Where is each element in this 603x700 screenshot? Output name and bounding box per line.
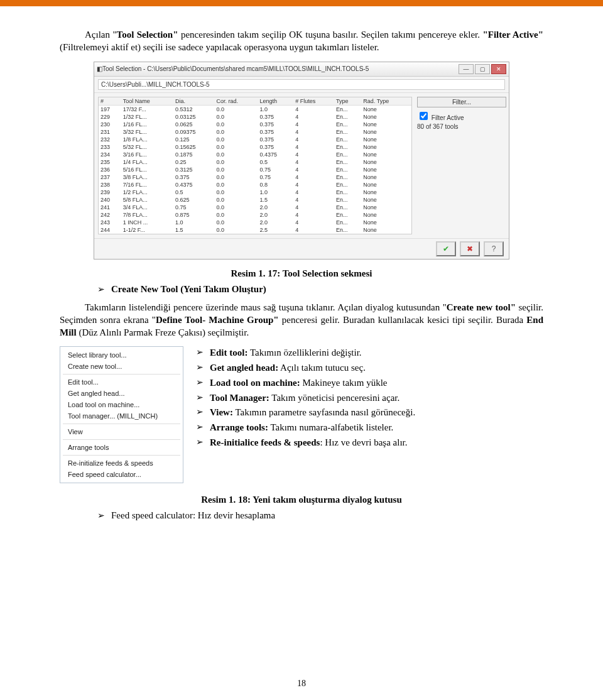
list-item: ➢Load tool on machine: Makineye takım yü… bbox=[196, 376, 543, 390]
menu-separator bbox=[63, 455, 180, 456]
menu-separator bbox=[63, 424, 180, 424]
chevron-icon: ➢ bbox=[97, 284, 105, 295]
menu-item[interactable]: Arrange tools bbox=[60, 442, 183, 453]
intro-paragraph: Açılan "Tool Selection" penceresinden ta… bbox=[60, 28, 543, 54]
table-row[interactable]: 2351/4 FLA...0.250.00.54En...None bbox=[99, 158, 411, 166]
feed-calc-line: ➢ Feed speed calculator: Hız devir hesap… bbox=[97, 510, 543, 521]
column-header[interactable]: # bbox=[99, 97, 121, 106]
column-header[interactable]: # Flutes bbox=[293, 97, 334, 106]
table-row[interactable]: 2405/8 FLA...0.6250.01.54En...None bbox=[99, 196, 411, 204]
menu-item[interactable]: Get angled head... bbox=[60, 388, 183, 399]
table-row[interactable]: 2387/16 FL...0.43750.00.84En...None bbox=[99, 181, 411, 189]
bullet-list: ➢Edit tool: Takımın özelliklerini değişt… bbox=[196, 346, 543, 451]
table-row[interactable]: 2431 INCH ...1.00.02.04En...None bbox=[99, 219, 411, 226]
path-input[interactable]: C:\Users\Publi...\MILL_INCH.TOOLS-5 bbox=[98, 79, 505, 90]
table-row[interactable]: 2373/8 FLA...0.3750.00.754En...None bbox=[99, 173, 411, 181]
column-header[interactable]: Cor. rad. bbox=[215, 97, 258, 106]
list-item: ➢Arrange tools: Takımı numara-alfabetik … bbox=[196, 421, 543, 435]
list-item: ➢Tool Manager: Takım yöneticisi penceres… bbox=[196, 391, 543, 405]
table-row[interactable]: 2313/32 FL...0.093750.00.3754En...None bbox=[99, 128, 411, 136]
chevron-icon: ➢ bbox=[196, 421, 205, 435]
help-button[interactable]: ? bbox=[484, 241, 504, 256]
body-paragraph-2: Takımların listelendiği pencere üzerinde… bbox=[60, 301, 543, 339]
window-titlebar: ◧ Tool Selection - C:\Users\Public\Docum… bbox=[94, 62, 509, 77]
menu-item[interactable]: Re-initialize feeds & speeds bbox=[60, 457, 183, 469]
list-item: ➢Re-initialice feeds & speeds: Hız ve de… bbox=[196, 436, 543, 450]
menu-item[interactable]: View bbox=[60, 426, 183, 437]
chevron-icon: ➢ bbox=[97, 510, 105, 521]
menu-separator bbox=[63, 374, 180, 375]
cancel-button[interactable]: ✖ bbox=[460, 241, 480, 256]
table-row[interactable]: 2365/16 FL...0.31250.00.754En...None bbox=[99, 166, 411, 173]
table-row[interactable]: 2335/32 FL...0.156250.00.3754En...None bbox=[99, 143, 411, 151]
path-bar: C:\Users\Publi...\MILL_INCH.TOOLS-5 bbox=[94, 77, 509, 93]
table-row[interactable]: 2301/16 FL...0.06250.00.3754En...None bbox=[99, 121, 411, 128]
tool-selection-window: ◧ Tool Selection - C:\Users\Public\Docum… bbox=[94, 62, 509, 260]
list-item: ➢Edit tool: Takımın özelliklerini değişt… bbox=[196, 346, 543, 360]
menu-item[interactable]: Feed speed calculator... bbox=[60, 469, 183, 480]
figure-caption-1: Resim 1. 17: Tool Selection sekmesi bbox=[60, 268, 543, 279]
context-menu: Select library tool...Create new tool...… bbox=[60, 346, 183, 483]
menu-item[interactable]: Tool manager... (MILL_INCH) bbox=[60, 410, 183, 422]
maximize-button[interactable]: ▢ bbox=[475, 64, 490, 74]
chevron-icon: ➢ bbox=[196, 436, 205, 450]
app-icon: ◧ bbox=[97, 65, 102, 72]
window-title: Tool Selection - C:\Users\Public\Documen… bbox=[102, 65, 459, 72]
ok-button[interactable]: ✔ bbox=[436, 241, 456, 256]
column-header[interactable]: Length bbox=[258, 97, 293, 106]
column-header[interactable]: Tool Name bbox=[121, 97, 173, 106]
chevron-icon: ➢ bbox=[196, 391, 205, 405]
table-row[interactable]: 2413/4 FLA...0.750.02.04En...None bbox=[99, 204, 411, 211]
minimize-button[interactable]: — bbox=[459, 64, 474, 74]
table-row[interactable]: 2391/2 FLA...0.50.01.04En...None bbox=[99, 189, 411, 196]
column-header[interactable]: Type bbox=[334, 97, 361, 106]
menu-item[interactable]: Edit tool... bbox=[60, 376, 183, 388]
table-row[interactable]: 2441-1/2 F...1.50.02.54En...None bbox=[99, 226, 411, 234]
table-row[interactable]: 2321/8 FLA...0.1250.00.3754En...None bbox=[99, 136, 411, 143]
tool-count-label: 80 of 367 tools bbox=[417, 123, 505, 130]
chevron-icon: ➢ bbox=[196, 346, 205, 360]
table-row[interactable]: 19717/32 F...0.53120.01.04En...None bbox=[99, 105, 411, 113]
list-item: ➢View: Takımın parametre sayfasında nası… bbox=[196, 406, 543, 420]
filter-active-checkbox[interactable]: Filter Active bbox=[417, 110, 505, 122]
menu-item[interactable]: Select library tool... bbox=[60, 349, 183, 361]
menu-item[interactable]: Load tool on machine... bbox=[60, 399, 183, 410]
filter-button[interactable]: Filter... bbox=[417, 97, 506, 107]
table-row[interactable]: 2291/32 FL...0.031250.00.3754En...None bbox=[99, 113, 411, 121]
tool-grid[interactable]: #Tool NameDia.Cor. rad.Length# FlutesTyp… bbox=[98, 97, 412, 234]
create-new-tool-line: ➢ Create New Tool (Yeni Takım Oluştur) bbox=[97, 284, 543, 295]
column-header[interactable]: Rad. Type bbox=[361, 97, 411, 106]
page-number: 18 bbox=[297, 679, 306, 689]
list-item: ➢Get angled head: Açılı takım tutucu seç… bbox=[196, 361, 543, 375]
chevron-icon: ➢ bbox=[196, 406, 205, 420]
table-row[interactable]: 2427/8 FLA...0.8750.02.04En...None bbox=[99, 211, 411, 219]
chevron-icon: ➢ bbox=[196, 361, 205, 375]
chevron-icon: ➢ bbox=[196, 376, 205, 390]
filter-active-input[interactable] bbox=[420, 112, 428, 120]
menu-item[interactable]: Create new tool... bbox=[60, 361, 183, 372]
column-header[interactable]: Dia. bbox=[173, 97, 215, 106]
menu-separator bbox=[63, 439, 180, 440]
close-button[interactable]: ✕ bbox=[491, 64, 506, 74]
table-row[interactable]: 2343/16 FL...0.18750.00.43754En...None bbox=[99, 151, 411, 158]
figure-caption-2: Resim 1. 18: Yeni takım oluşturma diyalo… bbox=[60, 495, 543, 505]
